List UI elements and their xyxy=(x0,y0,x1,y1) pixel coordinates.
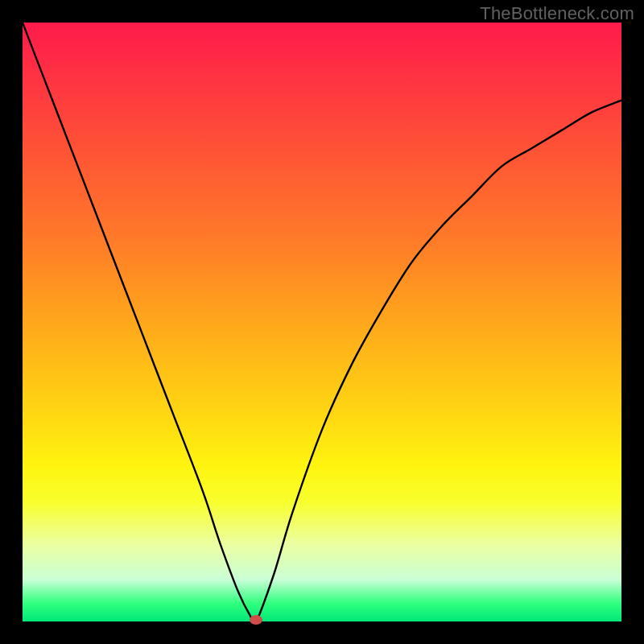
chart-frame: TheBottleneck.com xyxy=(0,0,644,644)
minimum-marker xyxy=(250,615,262,625)
watermark-text: TheBottleneck.com xyxy=(480,3,634,24)
chart-plot-area xyxy=(23,23,621,621)
bottleneck-curve xyxy=(23,23,621,621)
curve-path xyxy=(23,23,621,621)
